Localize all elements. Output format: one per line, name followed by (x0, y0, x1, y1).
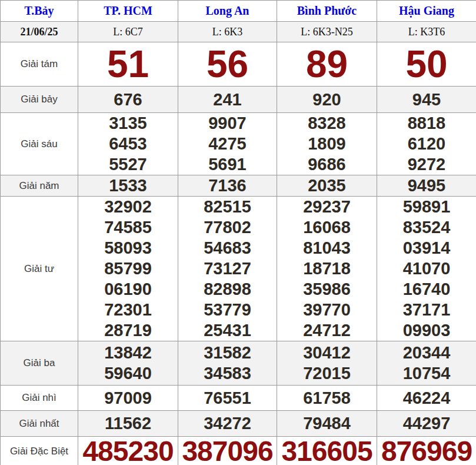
row-giai-tam: Giải tám 51 56 89 50 (1, 42, 476, 87)
row-giai-sau: Giải sáu 3135 6453 5527 9907 4275 5691 8… (1, 113, 476, 175)
prize-cell: 32902 74585 58093 85799 06190 72301 2871… (78, 197, 178, 341)
prize-cell: 876969 (377, 437, 476, 465)
prize-cell: 387096 (178, 437, 277, 465)
prize-cell: 29237 16068 81043 18718 35986 39770 2471… (277, 197, 377, 341)
prize-cell: 945 (377, 87, 476, 113)
row-giai-bay: Giải bảy 676 241 920 945 (1, 87, 476, 113)
row-giai-ba: Giải ba 13842 59640 31582 34583 30412 72… (1, 341, 476, 386)
prize-cell: 79484 (277, 411, 377, 437)
lottery-code-binh-phuoc: L: 6K3-N25 (277, 22, 377, 42)
prize-cell: 9495 (377, 175, 476, 197)
prize-label: Giải sáu (1, 113, 78, 175)
prize-label: Giải năm (1, 175, 78, 197)
prize-cell: 61758 (277, 386, 377, 411)
prize-cell: 485230 (78, 437, 178, 465)
lottery-code-tp-hcm: L: 6C7 (78, 22, 178, 42)
prize-cell: 20344 10754 (377, 341, 476, 386)
prize-cell: 3135 6453 5527 (78, 113, 178, 175)
prize-cell: 920 (277, 87, 377, 113)
prize-cell: 76551 (178, 386, 277, 411)
prize-label: Giải Đặc Biệt (1, 437, 78, 465)
prize-cell: 89 (277, 42, 377, 87)
prize-cell: 8818 6120 9272 (377, 113, 476, 175)
prize-label: Giải bảy (1, 87, 78, 113)
lottery-code-long-an: L: 6K3 (178, 22, 277, 42)
prize-cell: 7136 (178, 175, 277, 197)
prize-cell: 50 (377, 42, 476, 87)
prize-cell: 97009 (78, 386, 178, 411)
draw-date: 21/06/25 (1, 22, 78, 42)
prize-cell: 11562 (78, 411, 178, 437)
row-giai-nhat: Giải nhất 11562 34272 79484 44297 (1, 411, 476, 437)
prize-cell: 30412 72015 (277, 341, 377, 386)
prize-cell: 1533 (78, 175, 178, 197)
row-giai-tu: Giải tư 32902 74585 58093 85799 06190 72… (1, 197, 476, 341)
prize-cell: 31582 34583 (178, 341, 277, 386)
date-code-row: 21/06/25 L: 6C7 L: 6K3 L: 6K3-N25 L: K3T… (1, 22, 476, 42)
prize-cell: 8328 1809 9686 (277, 113, 377, 175)
prize-cell: 2035 (277, 175, 377, 197)
prize-cell: 51 (78, 42, 178, 87)
prize-cell: 82515 77802 54683 73127 82898 53779 2543… (178, 197, 277, 341)
prize-cell: 9907 4275 5691 (178, 113, 277, 175)
prize-label: Giải nhì (1, 386, 78, 411)
province-header-binh-phuoc[interactable]: Bình Phước (277, 1, 377, 22)
row-giai-nhi: Giải nhì 97009 76551 61758 46224 (1, 386, 476, 411)
prize-cell: 56 (178, 42, 277, 87)
province-header-hau-giang[interactable]: Hậu Giang (377, 1, 476, 22)
row-giai-nam: Giải năm 1533 7136 2035 9495 (1, 175, 476, 197)
prize-cell: 46224 (377, 386, 476, 411)
prize-cell: 34272 (178, 411, 277, 437)
table-header-row: T.Bảy TP. HCM Long An Bình Phước Hậu Gia… (1, 1, 476, 22)
prize-label: Giải ba (1, 341, 78, 386)
row-giai-dac-biet: Giải Đặc Biệt 485230 387096 316605 87696… (1, 437, 476, 465)
prize-label: Giải nhất (1, 411, 78, 437)
province-header-tp-hcm[interactable]: TP. HCM (78, 1, 178, 22)
prize-label: Giải tám (1, 42, 78, 87)
prize-cell: 44297 (377, 411, 476, 437)
prize-cell: 316605 (277, 437, 377, 465)
prize-cell: 13842 59640 (78, 341, 178, 386)
prize-cell: 59891 83524 03914 41070 16740 37171 0990… (377, 197, 476, 341)
prize-cell: 676 (78, 87, 178, 113)
lottery-results-table: T.Bảy TP. HCM Long An Bình Phước Hậu Gia… (0, 0, 476, 465)
day-header-link[interactable]: T.Bảy (1, 1, 78, 22)
prize-cell: 241 (178, 87, 277, 113)
lottery-code-hau-giang: L: K3T6 (377, 22, 476, 42)
province-header-long-an[interactable]: Long An (178, 1, 277, 22)
prize-label: Giải tư (1, 197, 78, 341)
